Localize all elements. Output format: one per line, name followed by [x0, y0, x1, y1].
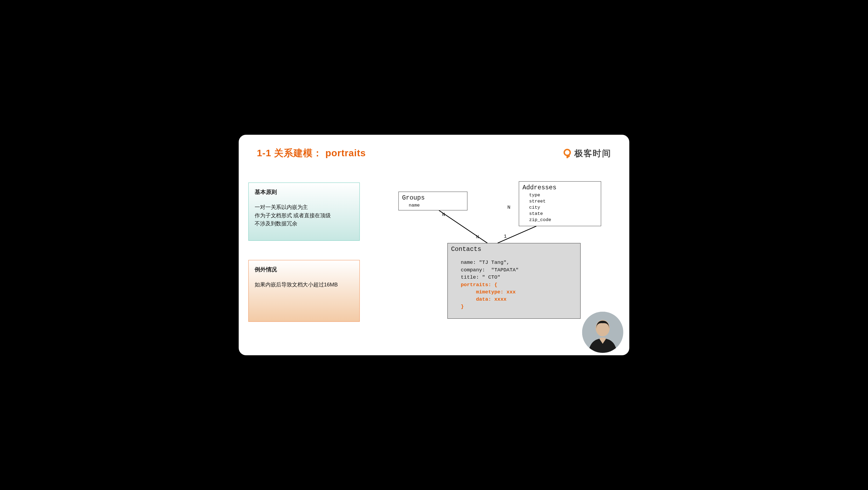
principles-line: 一对一关系以内嵌为主 [255, 203, 353, 211]
svg-point-0 [564, 150, 570, 155]
entity-title: Addresses [523, 184, 597, 191]
principles-box: 基本原则 一对一关系以内嵌为主 作为子文档形式 或者直接在顶级 不涉及到数据冗余 [248, 183, 360, 241]
exceptions-line: 如果内嵌后导致文档大小超过16MB [255, 280, 353, 289]
cardinality-label: 1 [504, 234, 506, 239]
slide-title: 1-1 关系建模： portraits [257, 147, 366, 159]
entity-groups: Groups name [399, 192, 468, 211]
entity-field: zip_code [523, 217, 597, 223]
entity-field: street [523, 198, 597, 204]
entity-addresses: Addresses type street city state zip_cod… [519, 181, 601, 226]
principles-line: 作为子文档形式 或者直接在顶级 [255, 211, 353, 220]
doc-line-highlight: data: xxxx [461, 296, 506, 302]
entity-field: name [402, 202, 464, 208]
er-diagram: N N N 1 Groups name Addresses type stree… [391, 181, 607, 320]
exceptions-box: 例外情况 如果内嵌后导致文档大小超过16MB [248, 260, 360, 322]
doc-line: name: "TJ Tang", [461, 259, 509, 266]
exceptions-heading: 例外情况 [255, 266, 353, 273]
doc-line: company: "TAPDATA" [461, 267, 519, 273]
cardinality-label: N [476, 234, 479, 240]
principles-line: 不涉及到数据冗余 [255, 219, 353, 228]
cardinality-label: N [442, 212, 445, 218]
brand-logo-icon [562, 148, 572, 158]
entity-field: type [523, 192, 597, 198]
doc-line-highlight: mimetype: xxx [461, 289, 516, 295]
doc-line-highlight: } [461, 304, 464, 310]
doc-line-highlight: portraits: { [461, 282, 497, 288]
brand-logo-text: 极客时间 [575, 147, 611, 159]
entity-title: Groups [402, 194, 464, 202]
doc-line: title: " CTO" [461, 274, 500, 280]
entity-title: Contacts [451, 246, 577, 253]
slide: 1-1 关系建模： portraits 极客时间 基本原则 一对一关系以内嵌为主… [239, 135, 629, 355]
entity-contacts: Contacts name: "TJ Tang", company: "TAPD… [447, 243, 581, 319]
svg-line-1 [439, 210, 487, 243]
brand-logo: 极客时间 [562, 147, 611, 159]
principles-heading: 基本原则 [255, 188, 353, 196]
entity-field: city [523, 204, 597, 211]
contacts-doc: name: "TJ Tang", company: "TAPDATA" titl… [451, 259, 577, 311]
cardinality-label: N [507, 204, 510, 210]
presenter-video-thumbnail [582, 312, 623, 353]
entity-field: state [523, 211, 597, 217]
